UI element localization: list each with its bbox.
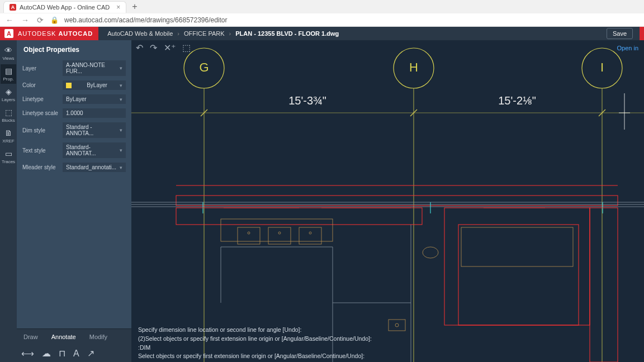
breadcrumb-folder[interactable]: OFFICE PARK: [184, 30, 225, 37]
breadcrumb-root[interactable]: AutoCAD Web & Mobile: [107, 30, 173, 37]
prop-row-linetype-scale: Linetype scale1.0000: [17, 106, 131, 120]
app-header: A AUTODESK AUTOCAD AutoCAD Web & Mobile …: [0, 27, 644, 40]
chevron-down-icon: ▾: [120, 127, 122, 133]
prop-row-linetype: LinetypeByLayer▾: [17, 92, 131, 106]
prop-label: Linetype: [22, 96, 63, 102]
rail-item-blocks[interactable]: ⬚Blocks: [1, 106, 16, 125]
svg-text:G: G: [199, 60, 209, 74]
redo-icon[interactable]: ↷: [150, 42, 157, 53]
svg-rect-26: [458, 225, 579, 325]
color-swatch: [66, 83, 72, 88]
prop-row-dim-style: Dim styleStandard - ANNOTA...▾: [17, 120, 131, 140]
rail-item-xref[interactable]: 🗎XREF: [1, 126, 16, 146]
prop-value-dropdown[interactable]: ByLayer▾: [63, 94, 126, 104]
mode-tab-annotate[interactable]: Annotate: [45, 329, 83, 345]
rail-icon: 🗎: [1, 128, 16, 137]
text-icon[interactable]: A: [73, 349, 79, 359]
chevron-right-icon: ›: [177, 30, 179, 37]
open-in-link[interactable]: Open in: [617, 45, 638, 51]
prop-value-dropdown[interactable]: ByLayer▾: [63, 80, 126, 90]
browser-chrome: A AutoCAD Web App - Online CAD × + ← → ⟳…: [0, 0, 644, 27]
chevron-down-icon: ▾: [120, 83, 122, 88]
svg-point-34: [309, 232, 311, 234]
annotate-tools: ⟷ ☁ ⊓ A ↗: [17, 345, 131, 362]
tab-title: AutoCAD Web App - Online CAD: [20, 4, 110, 11]
mode-tab-draw[interactable]: Draw: [17, 329, 45, 345]
snap-icon[interactable]: ✕⁺: [164, 42, 176, 53]
rail-item-views[interactable]: 👁Views: [1, 44, 16, 63]
autodesk-logo-icon: A: [4, 29, 13, 38]
prop-label: Layer: [22, 65, 63, 72]
prop-value-dropdown[interactable]: 1.0000: [63, 108, 126, 118]
svg-rect-36: [461, 227, 573, 266]
rail-item-prop[interactable]: ▤Prop.: [1, 64, 16, 84]
breadcrumb-file[interactable]: PLAN - 12355 BLVD - FLOOR 1.dwg: [235, 30, 339, 37]
prop-value-dropdown[interactable]: Standard_annotati...▾: [63, 163, 126, 172]
prop-row-color: ColorByLayer▾: [17, 78, 131, 92]
back-icon[interactable]: ←: [4, 16, 15, 25]
lock-icon: 🔒: [50, 16, 59, 24]
svg-point-32: [248, 232, 250, 234]
svg-point-35: [423, 247, 438, 258]
mode-tab-modify[interactable]: Modify: [83, 329, 114, 345]
grid-bubble-H: H: [394, 48, 434, 362]
prop-label: Color: [22, 82, 63, 88]
chevron-down-icon: ▾: [120, 65, 122, 71]
leader-icon[interactable]: ↗: [87, 348, 94, 359]
rail-item-layers[interactable]: ◈Layers: [1, 85, 16, 104]
dimension-text: 15'-3¾": [288, 94, 326, 107]
prop-value-dropdown[interactable]: Standard - ANNOTA...▾: [63, 122, 126, 138]
floor-plan-geometry: [131, 93, 644, 362]
chevron-down-icon: ▾: [120, 165, 122, 170]
left-rail: 👁Views▤Prop.◈Layers⬚Blocks🗎XREF▭Traces: [0, 40, 17, 362]
forward-icon[interactable]: →: [20, 16, 30, 25]
command-line: Specify dimension line location or secon…: [138, 326, 637, 335]
favicon-icon: A: [10, 4, 16, 11]
rail-icon: ⬚: [1, 108, 16, 117]
new-tab-button[interactable]: +: [126, 2, 143, 12]
tab-row: A AutoCAD Web App - Online CAD × +: [0, 0, 644, 13]
grid-bubble-G: G: [184, 48, 224, 362]
reload-icon[interactable]: ⟳: [36, 16, 45, 25]
mode-tabs: DrawAnnotateModify: [17, 328, 131, 345]
cloud-icon[interactable]: ☁: [42, 348, 51, 359]
rail-icon: ◈: [1, 87, 16, 96]
select-icon[interactable]: ⬚: [182, 42, 191, 53]
properties-panel: Object Properties LayerA-ANNO-NOTE FUR..…: [17, 40, 131, 362]
prop-value-dropdown[interactable]: Standard-ANNOTAT...▾: [63, 142, 126, 158]
prop-label: Mleader style: [22, 164, 63, 170]
url-text[interactable]: web.autocad.com/acad/me/drawings/6685723…: [64, 16, 228, 24]
grid-bubble-I: I: [582, 48, 622, 362]
rail-icon: ▤: [1, 66, 16, 75]
svg-point-33: [278, 232, 281, 234]
undo-icon[interactable]: ↶: [136, 42, 143, 53]
browser-tab[interactable]: A AutoCAD Web App - Online CAD ×: [3, 1, 126, 13]
svg-text:I: I: [600, 60, 604, 74]
dimension-text: 15'-2⅛": [498, 94, 536, 107]
prop-row-mleader-style: Mleader styleStandard_annotati...▾: [17, 160, 131, 174]
rail-item-traces[interactable]: ▭Traces: [1, 147, 16, 166]
svg-rect-30: [268, 227, 291, 244]
prop-label: Text style: [22, 147, 63, 154]
prop-row-text-style: Text styleStandard-ANNOTAT...▾: [17, 140, 131, 160]
prop-label: Dim style: [22, 127, 63, 134]
svg-rect-29: [238, 227, 260, 244]
svg-text:H: H: [409, 60, 418, 74]
command-line: Select objects or specify first extensio…: [138, 352, 637, 361]
close-tab-icon[interactable]: ×: [116, 3, 120, 11]
prop-label: Linetype scale: [22, 110, 63, 116]
cad-drawing[interactable]: GHI 15'-3¾"15'-2⅛": [131, 40, 644, 362]
dimension-icon[interactable]: ⊓: [59, 348, 65, 359]
chevron-right-icon: ›: [229, 30, 231, 37]
drawing-canvas[interactable]: ↶ ↷ ✕⁺ ⬚ Open in GHI 15'-3¾"15'-2⅛": [131, 40, 644, 362]
prop-value-dropdown[interactable]: A-ANNO-NOTE FUR...▾: [63, 60, 126, 76]
svg-rect-13: [176, 196, 618, 206]
breadcrumb: AutoCAD Web & Mobile › OFFICE PARK › PLA…: [98, 27, 640, 40]
rail-icon: ▭: [1, 149, 16, 158]
address-row: ← → ⟳ 🔒 web.autocad.com/acad/me/drawings…: [0, 13, 644, 27]
canvas-toolbar: ↶ ↷ ✕⁺ ⬚: [136, 42, 191, 53]
main-layout: 👁Views▤Prop.◈Layers⬚Blocks🗎XREF▭Traces O…: [0, 40, 644, 362]
dimension-linear-icon[interactable]: ⟷: [21, 348, 34, 359]
rail-icon: 👁: [1, 46, 16, 55]
save-button[interactable]: Save: [607, 28, 633, 39]
